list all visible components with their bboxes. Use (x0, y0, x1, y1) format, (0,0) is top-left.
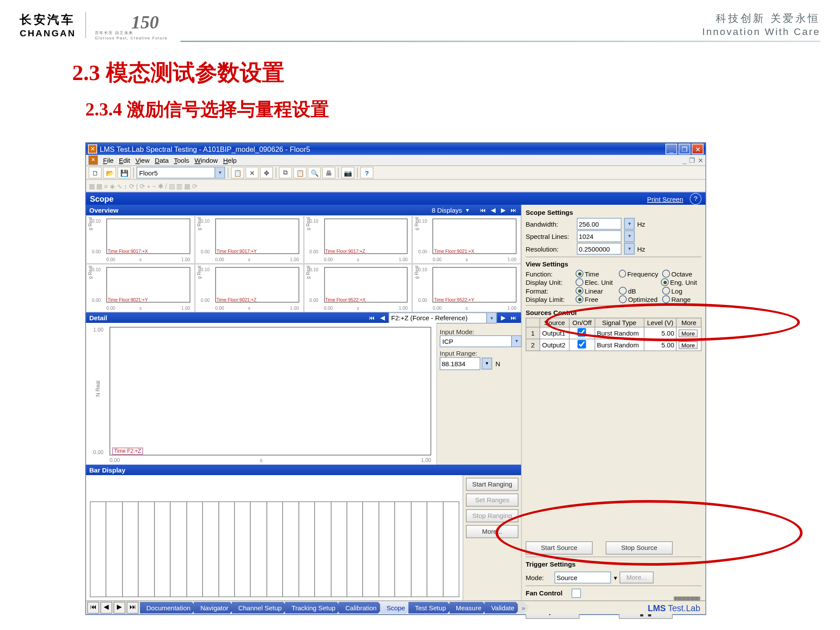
overview-chart-5[interactable]: g Real0.100.000.00s1.00Time Floor:9021:+… (195, 264, 304, 312)
chevron-down-icon[interactable]: ▾ (624, 218, 635, 230)
tab-nav-last[interactable]: ⏭ (127, 602, 139, 614)
chevron-down-icon[interactable]: ▾ (482, 358, 492, 370)
help-icon[interactable]: ? (360, 167, 374, 178)
source1-name[interactable]: Output1 (540, 327, 570, 339)
tab-test-setup[interactable]: Test Setup (408, 602, 452, 614)
tab-documentation[interactable]: Documentation (140, 602, 197, 614)
nav-first-icon[interactable]: ⏮ (479, 207, 487, 214)
move-icon[interactable]: ✥ (260, 167, 273, 178)
source1-signal-type[interactable]: Burst Random (595, 327, 644, 339)
menu-edit[interactable]: Edit (119, 157, 130, 164)
overview-chart-3[interactable]: g Real0.100.000.00s1.00Time Floor:9021:+… (412, 215, 521, 264)
source2-onoff-checkbox[interactable] (578, 340, 586, 349)
mdi-restore[interactable]: ❐ (689, 157, 695, 164)
overview-chart-1[interactable]: g Real0.100.000.00s1.00Time Floor:9017:+… (195, 215, 304, 264)
nav-prev-icon[interactable]: ◀ (490, 207, 497, 214)
maximize-button[interactable]: ❐ (679, 144, 690, 154)
menu-window[interactable]: Window (195, 157, 218, 164)
input-mode-select[interactable]: ICP▾ (440, 336, 522, 347)
overview-chart-6[interactable]: g Real0.100.000.00s1.00Time Floor:9522:+… (304, 264, 413, 312)
stop-source-button[interactable]: Stop Source (606, 542, 673, 555)
function-time-radio[interactable]: Time (576, 270, 615, 278)
tab-scope[interactable]: Scope (380, 602, 412, 614)
print-icon[interactable]: 🖶 (322, 167, 336, 178)
start-source-button[interactable]: Start Source (526, 542, 593, 555)
source2-signal-type[interactable]: Burst Random (595, 339, 644, 351)
chevron-down-icon[interactable]: ▾ (624, 231, 635, 242)
resolution-field[interactable] (577, 243, 622, 255)
paste-icon[interactable]: 📋 (231, 167, 244, 178)
delete-icon[interactable]: ✕ (245, 167, 259, 178)
detail-first-icon[interactable]: ⏮ (368, 315, 376, 321)
format-linear-radio[interactable]: Linear (576, 287, 615, 295)
menu-file[interactable]: File (103, 157, 114, 164)
function-octave-radio[interactable]: Octave (662, 270, 702, 278)
source1-more-button[interactable]: More (679, 329, 698, 337)
tab-nav-first[interactable]: ⏮ (88, 602, 99, 614)
chevron-down-icon[interactable]: ▾ (614, 574, 617, 581)
detail-chart[interactable]: N Real 1.00 0.00 0.00 s 1.00 Time F2:+Z (86, 323, 437, 465)
new-icon[interactable]: 🗋 (89, 167, 102, 178)
menu-view[interactable]: View (136, 157, 150, 164)
detail-next-icon[interactable]: ▶ (500, 315, 507, 321)
fan-control-checkbox[interactable] (571, 588, 581, 598)
nav-next-icon[interactable]: ▶ (500, 207, 507, 214)
tab-calibration[interactable]: Calibration (339, 602, 383, 614)
close-button[interactable]: ✕ (692, 144, 704, 154)
tab-nav-prev[interactable]: ◀ (101, 602, 112, 614)
overview-chart-4[interactable]: g Real0.100.000.00s1.00Time Floor:9021:+… (86, 264, 195, 312)
function-frequency-radio[interactable]: Frequency (619, 270, 658, 278)
display-limit-optimized-radio[interactable]: Optimized (619, 295, 658, 303)
detail-last-icon[interactable]: ⏭ (509, 315, 518, 321)
scope-help-icon[interactable]: ? (690, 193, 702, 205)
source2-name[interactable]: Output2 (540, 339, 570, 351)
overview-chart-7[interactable]: g Real0.100.000.00s1.00Time Floor:9522:+… (412, 264, 521, 312)
tab-nav-next[interactable]: ▶ (114, 602, 126, 614)
tab-measure[interactable]: Measure (449, 602, 488, 614)
nav-last-icon[interactable]: ⏭ (509, 207, 518, 214)
source1-onoff-checkbox[interactable] (578, 328, 586, 337)
bar-display-area[interactable] (86, 475, 463, 601)
window-titlebar[interactable]: ✕ LMS Test.Lab Spectral Testing - A101BI… (86, 143, 706, 155)
display-limit-free-radio[interactable]: Free (576, 295, 615, 303)
tab-channel-setup[interactable]: Channel Setup (232, 602, 288, 614)
paste2-icon[interactable]: 📋 (294, 167, 307, 178)
preview-icon[interactable]: 🔍 (308, 167, 321, 178)
menu-data[interactable]: Data (155, 157, 169, 164)
trigger-mode-field[interactable] (555, 572, 611, 584)
source1-level[interactable]: 5.00 (644, 327, 677, 339)
spectral-lines-field[interactable] (577, 231, 622, 242)
open-icon[interactable]: 📂 (103, 167, 116, 178)
format-db-radio[interactable]: dB (619, 287, 658, 295)
save-icon[interactable]: 💾 (118, 167, 131, 178)
display-unit-elec-radio[interactable]: Elec. Unit (576, 278, 615, 286)
display-limit-range-radio[interactable]: Range (662, 295, 702, 303)
detail-channel-select[interactable]: F2:+Z (Force - Reference)▾ (388, 312, 497, 323)
start-ranging-button[interactable]: Start Ranging (466, 478, 518, 491)
trigger-more-button[interactable]: More... (620, 572, 654, 584)
source2-level[interactable]: 5.00 (644, 339, 677, 351)
minimize-button[interactable]: _ (665, 144, 677, 154)
tab-navigator[interactable]: Navigator (194, 602, 235, 614)
camera-icon[interactable]: 📷 (341, 167, 354, 178)
format-log-radio[interactable]: Log (662, 287, 702, 295)
menu-help[interactable]: Help (223, 157, 237, 164)
set-ranges-button[interactable]: Set Ranges (466, 494, 518, 507)
displays-dropdown-icon[interactable]: ▾ (465, 207, 471, 214)
tab-validate[interactable]: Validate (485, 602, 521, 614)
bandwidth-field[interactable] (577, 218, 622, 230)
overview-chart-0[interactable]: g Real0.100.000.00s1.00Time Floor:9017:+… (86, 215, 195, 264)
print-screen-link[interactable]: Print Screen (647, 195, 683, 203)
source2-more-button[interactable]: More (679, 341, 698, 349)
project-selector[interactable]: Floor5▾ (136, 167, 225, 178)
stop-ranging-button[interactable]: Stop Ranging (466, 509, 518, 522)
detail-prev-icon[interactable]: ◀ (379, 315, 386, 321)
copy-icon[interactable]: ⧉ (279, 167, 292, 178)
tab-tracking-setup[interactable]: Tracking Setup (285, 602, 342, 614)
menu-tools[interactable]: Tools (174, 157, 189, 164)
display-unit-eng-radio[interactable]: Eng. Unit (661, 278, 700, 286)
chevron-down-icon[interactable]: ▾ (624, 243, 635, 255)
tab-more[interactable]: » (518, 602, 529, 614)
input-range-field[interactable] (440, 357, 480, 370)
mdi-minimize[interactable]: _ (683, 157, 686, 164)
